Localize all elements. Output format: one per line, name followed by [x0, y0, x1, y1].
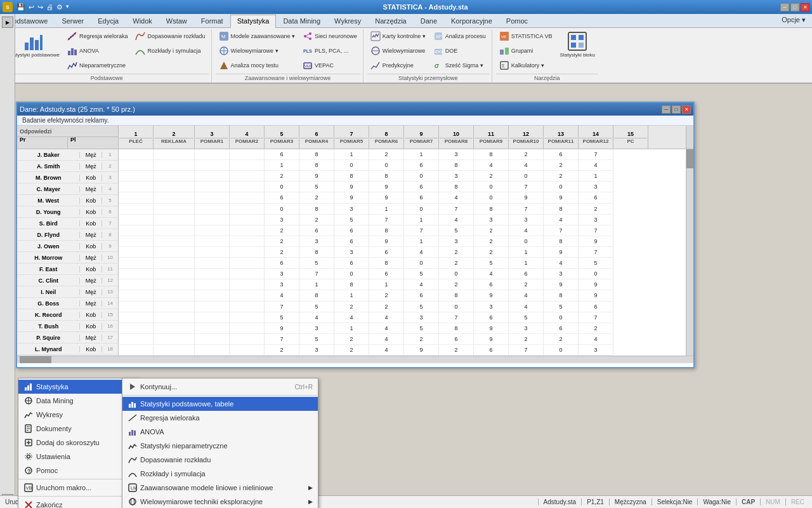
cell-14-15[interactable]: 6 [579, 302, 613, 312]
cell-11-10[interactable]: 2 [474, 247, 508, 258]
cell-11-17[interactable]: 9 [474, 323, 508, 334]
row-header-10[interactable]: H. MorrowMęż10 [17, 252, 118, 264]
cell-1-15[interactable] [119, 302, 153, 312]
cell-2-17[interactable] [154, 323, 194, 334]
cell-13-8[interactable]: 7 [544, 225, 578, 236]
sub-anova[interactable]: ANOVA [122, 425, 318, 439]
cell-8-11[interactable]: 8 [369, 258, 403, 269]
dw-close-btn[interactable]: ✕ [682, 105, 691, 114]
col-header-8[interactable]: 8 POMIAR6 [369, 126, 404, 149]
cell-9-11[interactable]: 0 [404, 258, 438, 269]
tab-widok[interactable]: Widok [126, 15, 159, 28]
cell-6-18[interactable]: 5 [299, 334, 334, 345]
tab-pomoc[interactable]: Pomoc [499, 15, 535, 28]
analiza-proc-btn[interactable]: AP Analiza procesu [430, 29, 489, 43]
sub-dopasowanie[interactable]: Dopasowanie rozkładu [122, 453, 318, 467]
cell-3-4[interactable] [195, 182, 229, 192]
cell-3-16[interactable] [195, 312, 229, 323]
cell-4-11[interactable] [230, 258, 264, 269]
cell-11-3[interactable]: 2 [474, 171, 508, 182]
qa-undo[interactable]: ↩ [27, 3, 36, 11]
row-header-19[interactable]: F. BynumKob19 [17, 355, 118, 356]
cell-8-16[interactable]: 4 [369, 312, 403, 323]
cell-7-17[interactable]: 1 [334, 323, 369, 334]
cell-10-3[interactable]: 3 [439, 171, 473, 182]
cell-2-3[interactable] [154, 171, 194, 182]
cell-6-8[interactable]: 6 [299, 225, 334, 236]
cell-5-7[interactable]: 3 [265, 215, 299, 225]
ctx-zakoncz[interactable]: Zakończ [18, 498, 138, 508]
cell-6-19[interactable]: 3 [299, 345, 334, 356]
cell-11-2[interactable]: 4 [474, 160, 508, 171]
cell-2-9[interactable] [154, 236, 194, 247]
cell-4-2[interactable] [230, 160, 264, 171]
cell-10-13[interactable]: 2 [439, 279, 473, 290]
cell-6-9[interactable]: 3 [299, 236, 334, 247]
tab-format[interactable]: Format [194, 15, 230, 28]
scrollbar-thumb[interactable] [686, 149, 693, 168]
cell-14-12[interactable]: 0 [579, 269, 613, 279]
cell-5-10[interactable]: 2 [265, 247, 299, 258]
cell-1-1[interactable] [119, 149, 153, 160]
vertical-scrollbar[interactable] [686, 149, 693, 356]
grupami-btn[interactable]: Grupami [496, 44, 556, 58]
cell-1-13[interactable] [119, 279, 153, 290]
cell-3-13[interactable] [195, 279, 229, 290]
col-header-12[interactable]: 12 POMIAR10 [509, 126, 544, 149]
cell-7-12[interactable]: 0 [334, 269, 369, 279]
cell-9-10[interactable]: 4 [404, 247, 438, 258]
analiza-mocy-btn[interactable]: Analiza mocy testu [216, 58, 299, 72]
row-header-17[interactable]: P. SquireMęż17 [17, 332, 118, 344]
cell-6-7[interactable]: 2 [299, 215, 334, 225]
sub-stat-podstawowe[interactable]: Statystyki podstawowe, tabele [122, 397, 318, 411]
cell-9-9[interactable]: 1 [404, 236, 438, 247]
cell-5-6[interactable]: 0 [265, 204, 299, 215]
cell-5-11[interactable]: 6 [265, 258, 299, 269]
hscrollbar-thumb[interactable] [20, 356, 51, 364]
cell-2-19[interactable] [154, 345, 194, 356]
cell-12-19[interactable]: 7 [509, 345, 543, 356]
sub-wielowymiarowe[interactable]: Wielowymiarowe techniki eksploracyjne ▶ [122, 495, 318, 508]
cell-12-3[interactable]: 0 [509, 171, 543, 182]
predykcyjne-btn[interactable]: Predykcyjne [367, 58, 429, 72]
cell-3-14[interactable] [195, 290, 229, 301]
cell-6-11[interactable]: 5 [299, 258, 334, 269]
cell-1-8[interactable] [119, 225, 153, 236]
dw-maximize-btn[interactable]: □ [672, 105, 681, 114]
cell-4-5[interactable] [230, 192, 264, 203]
cell-4-18[interactable] [230, 334, 264, 345]
cell-4-14[interactable] [230, 290, 264, 301]
cell-4-16[interactable] [230, 312, 264, 323]
cell-12-4[interactable]: 7 [509, 182, 543, 192]
tab-data-mining[interactable]: Data Mining [276, 15, 327, 28]
cell-1-19[interactable] [119, 345, 153, 356]
cell-8-10[interactable]: 6 [369, 247, 403, 258]
col-header-11[interactable]: 11 POMIAR9 [474, 126, 509, 149]
cell-5-12[interactable]: 3 [265, 269, 299, 279]
ctx-statystyka[interactable]: Statystyka ▶ [18, 380, 138, 394]
cell-3-15[interactable] [195, 302, 229, 312]
cell-2-10[interactable] [154, 247, 194, 258]
cell-1-4[interactable] [119, 182, 153, 192]
cell-1-7[interactable] [119, 215, 153, 225]
cell-13-6[interactable]: 8 [544, 204, 578, 215]
cell-11-13[interactable]: 6 [474, 279, 508, 290]
cell-10-15[interactable]: 0 [439, 302, 473, 312]
cell-14-2[interactable]: 4 [579, 160, 613, 171]
cell-9-6[interactable]: 0 [404, 204, 438, 215]
cell-10-11[interactable]: 2 [439, 258, 473, 269]
cell-13-12[interactable]: 3 [544, 269, 578, 279]
nieparametryczne-btn[interactable]: Nieparametryczne [64, 58, 131, 72]
row-header-12[interactable]: C. ClintMęż12 [17, 275, 118, 286]
cell-7-8[interactable]: 6 [334, 225, 369, 236]
cell-2-13[interactable] [154, 279, 194, 290]
cell-9-18[interactable]: 2 [404, 334, 438, 345]
row-header-13[interactable]: I. NeilMęż13 [17, 286, 118, 298]
cell-11-1[interactable]: 8 [474, 149, 508, 160]
cell-12-5[interactable]: 9 [509, 192, 543, 203]
cell-6-15[interactable]: 5 [299, 302, 334, 312]
sub-zaawansowane[interactable]: LM Zaawansowane modele liniowe i nielini… [122, 481, 318, 495]
cell-12-12[interactable]: 6 [509, 269, 543, 279]
cell-12-11[interactable]: 1 [509, 258, 543, 269]
cell-8-1[interactable]: 2 [369, 149, 403, 160]
